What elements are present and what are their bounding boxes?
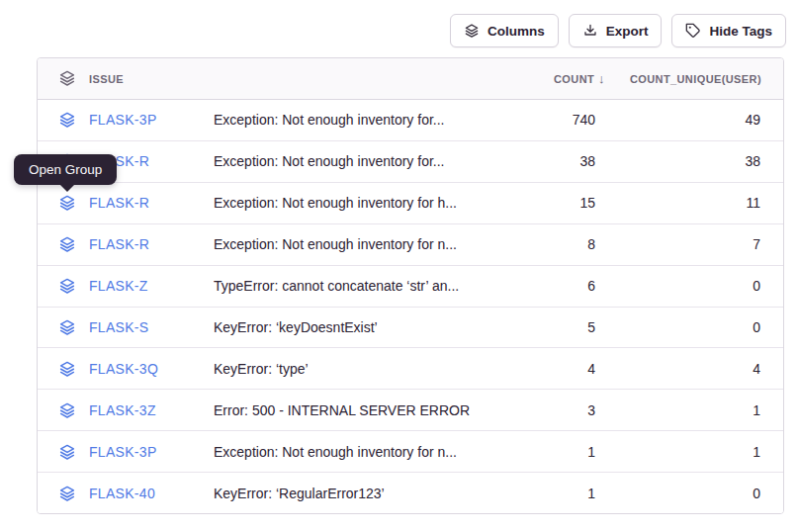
issue-cell: FLASK-S: [38, 318, 214, 336]
issue-cell: FLASK-3Q: [38, 360, 214, 378]
count-unique-value: 38: [605, 153, 783, 169]
issue-cell: FLASK-3P: [38, 443, 214, 461]
count-unique-value: 11: [605, 195, 783, 211]
column-header-count-unique[interactable]: COUNT_UNIQUE(USER): [605, 73, 783, 85]
table-row[interactable]: FLASK-3P Exception: Not enough inventory…: [38, 100, 783, 141]
export-button-label: Export: [606, 24, 649, 39]
count-value: 1: [477, 486, 605, 501]
table-row[interactable]: FLASK-40 KeyError: ‘RegularError123’ 1 0: [38, 473, 783, 513]
issue-cell: FLASK-3P: [38, 111, 214, 129]
open-group-button[interactable]: [58, 277, 76, 295]
table-row[interactable]: FLASK-S KeyError: ‘keyDoesntExist’ 5 0: [38, 308, 783, 349]
issue-link[interactable]: FLASK-S: [89, 319, 148, 335]
issue-cell: FLASK-3Z: [38, 401, 214, 419]
count-unique-value: 0: [605, 486, 783, 501]
open-group-button[interactable]: [58, 360, 76, 378]
table-header: ISSUE COUNT ↓ COUNT_UNIQUE(USER): [38, 58, 783, 100]
count-value: 6: [477, 278, 605, 294]
count-value: 1: [477, 444, 605, 460]
table-row[interactable]: FLASK-R Exception: Not enough inventory …: [38, 224, 783, 266]
issue-title: KeyError: ‘keyDoesntExist’: [214, 319, 477, 335]
table-row[interactable]: FLASK-3Q KeyError: ‘type’ 4 4: [38, 348, 783, 390]
column-header-issue-label: ISSUE: [89, 73, 124, 85]
column-header-count[interactable]: COUNT ↓: [477, 71, 605, 86]
column-header-count-unique-label: COUNT_UNIQUE(USER): [630, 73, 761, 85]
open-group-button[interactable]: [58, 485, 76, 502]
count-unique-value: 1: [605, 402, 783, 418]
count-value: 8: [477, 236, 605, 252]
open-group-button[interactable]: [58, 401, 76, 419]
issues-table: ISSUE COUNT ↓ COUNT_UNIQUE(USER) FLASK-3…: [37, 57, 784, 514]
count-unique-value: 4: [605, 361, 783, 377]
table-row[interactable]: FLASK-Z TypeError: cannot concatenate ‘s…: [38, 266, 783, 308]
count-unique-value: 7: [605, 236, 783, 252]
table-row[interactable]: FLASK-R Exception: Not enough inventory …: [38, 141, 783, 183]
issue-title: Exception: Not enough inventory for...: [214, 112, 477, 128]
count-value: 740: [477, 112, 605, 128]
issue-cell: FLASK-R: [38, 194, 214, 212]
tooltip-text: Open Group: [29, 162, 102, 177]
count-value: 5: [477, 319, 605, 335]
tag-icon: [685, 23, 701, 39]
count-unique-value: 0: [605, 319, 783, 335]
count-unique-value: 0: [605, 278, 783, 294]
open-group-button[interactable]: [58, 235, 76, 253]
issue-title: TypeError: cannot concatenate ‘str’ an..…: [214, 278, 477, 294]
issue-title: Exception: Not enough inventory for n...: [214, 236, 477, 252]
table-row[interactable]: FLASK-3Z Error: 500 - INTERNAL SERVER ER…: [38, 390, 783, 431]
count-value: 38: [477, 153, 605, 169]
issue-cell: FLASK-Z: [38, 277, 214, 295]
issue-title: Error: 500 - INTERNAL SERVER ERROR: [214, 402, 477, 418]
count-unique-value: 1: [605, 444, 783, 460]
column-header-count-label: COUNT: [554, 73, 594, 85]
issue-link[interactable]: FLASK-R: [89, 195, 149, 211]
issue-title: KeyError: ‘type’: [214, 361, 477, 377]
issue-link[interactable]: FLASK-40: [89, 486, 155, 501]
table-body: FLASK-3P Exception: Not enough inventory…: [38, 100, 783, 513]
tooltip-open-group: Open Group: [14, 154, 117, 185]
layers-icon: [464, 23, 480, 39]
count-value: 4: [477, 361, 605, 377]
open-group-button[interactable]: [58, 318, 76, 336]
open-group-button[interactable]: [58, 194, 76, 212]
toolbar: Columns Export Hide Tags: [0, 14, 786, 47]
hide-tags-button-label: Hide Tags: [709, 24, 772, 39]
sort-desc-icon: ↓: [598, 71, 605, 86]
table-row[interactable]: FLASK-3P Exception: Not enough inventory…: [38, 431, 783, 473]
issue-title: Exception: Not enough inventory for h...: [214, 195, 477, 211]
count-value: 3: [477, 402, 605, 418]
issue-title: KeyError: ‘RegularError123’: [214, 486, 477, 501]
issue-link[interactable]: FLASK-3P: [89, 444, 157, 460]
count-unique-value: 49: [605, 112, 783, 128]
issue-link[interactable]: FLASK-Z: [89, 278, 148, 294]
issue-cell: FLASK-40: [38, 485, 214, 502]
export-button[interactable]: Export: [569, 14, 663, 47]
layers-icon: [58, 69, 76, 89]
issue-link[interactable]: FLASK-3Z: [89, 402, 156, 418]
table-row[interactable]: FLASK-R Exception: Not enough inventory …: [38, 183, 783, 224]
count-value: 15: [477, 195, 605, 211]
page: { "colors": { "link_blue": "#4F7AE5", "t…: [0, 0, 798, 532]
download-icon: [582, 23, 598, 39]
issue-title: Exception: Not enough inventory for n...: [214, 444, 477, 460]
issue-link[interactable]: FLASK-3Q: [89, 361, 158, 377]
issue-link[interactable]: FLASK-R: [89, 236, 149, 252]
issue-cell: FLASK-R: [38, 235, 214, 253]
issue-link[interactable]: FLASK-3P: [89, 112, 157, 128]
issue-title: Exception: Not enough inventory for...: [214, 153, 477, 169]
open-group-button[interactable]: [58, 111, 76, 129]
column-header-issue[interactable]: ISSUE: [38, 69, 214, 89]
hide-tags-button[interactable]: Hide Tags: [671, 14, 786, 47]
columns-button[interactable]: Columns: [450, 14, 559, 47]
columns-button-label: Columns: [488, 24, 545, 39]
open-group-button[interactable]: [58, 443, 76, 461]
